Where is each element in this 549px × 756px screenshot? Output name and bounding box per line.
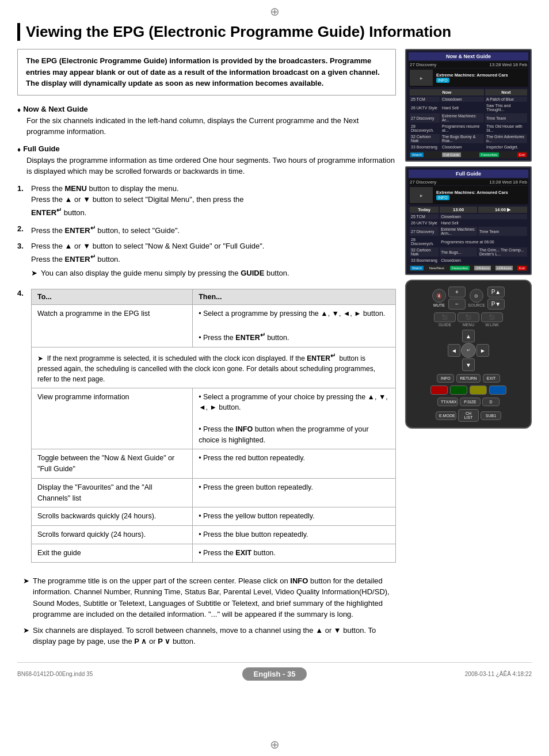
guide-button[interactable]: ⬛ [434, 312, 456, 322]
now-next-program-text: Extreme Machines: Armoured Cars INFO [436, 72, 508, 83]
step-3-content: Press the ▲ or ▼ button to select "Now &… [31, 240, 396, 282]
info-button-full: INFO [436, 195, 449, 200]
wlink-label: W.LINK [485, 323, 499, 327]
page-footer: BN68-01412D-00Eng.indd 35 English - 35 2… [17, 662, 532, 681]
now-next-screen-title: Now & Next Guide [409, 52, 528, 60]
table-row: 28 Discoverych.Programmes resume at 06:0… [410, 237, 527, 246]
ch-down-button[interactable]: P▼ [487, 299, 505, 310]
step-1: 1. Press the MENU button to display the … [17, 183, 396, 219]
dpad-left-button[interactable]: ◄ [448, 344, 460, 357]
now-next-thumbnail: ▶ [410, 70, 433, 86]
favourites-button: Favourites [479, 152, 499, 157]
table-row: View programme information • Select a pr… [32, 388, 396, 449]
step-3-number: 3. [17, 240, 26, 282]
table-row: 33 BoomerangClosedown [410, 258, 527, 263]
full-guide-channel: 27 Discovery [410, 180, 436, 185]
full-guide-screen: Full Guide 27 Discovery 13:28 Wed 18 Feb… [405, 166, 532, 275]
source-label: SOURCE [468, 303, 485, 307]
source-button[interactable]: ⊙ [470, 289, 483, 303]
col-1400: 14:00 ▶ [478, 207, 527, 213]
page-container: ⊕ Viewing the EPG (Electronic Programme … [0, 0, 549, 756]
table-header-to: To... [32, 289, 193, 305]
remote-bottom-row2: E.MODE CH LIST SUB1 [436, 409, 501, 422]
remote-bottom-row1: TTX/MIX P.SIZE D [437, 398, 500, 406]
table-cell-then-toggle: • Press the red button repeatedly. [193, 449, 396, 479]
info-btn[interactable]: INFO [437, 374, 454, 383]
watch-button: Watch [410, 152, 424, 157]
emode-button[interactable]: E.MODE [436, 411, 456, 420]
table-row: 33 BoomerangClosedownInspector Gadget. [410, 144, 527, 150]
exit-btn-remote[interactable]: EXIT [483, 374, 500, 383]
step-3-note: ➤ You can also display the guide menu si… [31, 268, 396, 279]
remote-top-row: 🔇 MUTE + − ⊙ SOURCE P▲ P▼ [432, 287, 505, 310]
dpad-enter-button[interactable]: ↵ [461, 343, 476, 358]
d-button[interactable]: D [482, 398, 500, 406]
dpad-up-button[interactable]: ▲ [462, 330, 475, 342]
step-2: 2. Press the ENTER↵ button, to select "G… [17, 223, 396, 236]
table-header-then: Then... [193, 289, 396, 305]
intro-box: The EPG (Electronic Programme Guide) inf… [17, 49, 396, 96]
table-cell-then-exit: • Press the EXIT button. [193, 544, 396, 562]
table-row: Watch a programme in the EPG list • Sele… [32, 305, 396, 347]
bullet-full-guide: Full Guide Displays the programme inform… [17, 143, 396, 177]
table-note-cell: ➤ If the next programme is selected, it … [32, 347, 396, 388]
full-guide-header: 27 Discovery 13:28 Wed 18 Feb [409, 179, 528, 185]
table-cell-then-view: • Select a programme of your choice by p… [193, 388, 396, 449]
table-row: 27 DiscoveryExtreme Machines: Arm...Time… [410, 227, 527, 236]
psize-button[interactable]: P.SIZE [460, 398, 481, 406]
step-3-note-text: You can also display the guide menu simp… [41, 268, 289, 279]
vol-down-button[interactable]: − [448, 299, 466, 310]
table-cell-to-toggle: Toggle between the "Now & Next Guide" or… [32, 449, 193, 479]
now-next-bottom-bar: Watch Full Guide Favourites Exit [409, 151, 528, 158]
remote-control: 🔇 MUTE + − ⊙ SOURCE P▲ P▼ [405, 280, 532, 429]
full-guide-table: Today 13:00 14:00 ▶ 25 TCMClosedown 26 U… [409, 205, 528, 264]
table-row: 32 Cartoon NwkThe Bugs Bunny & Roa...The… [410, 134, 527, 143]
table-cell-then-fav: • Press the green button repeatedly. [193, 478, 396, 507]
table-cell-to-watch: Watch a programme in the EPG list [32, 305, 193, 347]
yellow-button[interactable] [470, 385, 487, 395]
table-row: 25 TCMClosedownA Patch of Blue [410, 97, 527, 102]
chlist-button[interactable]: CH LIST [458, 409, 479, 422]
info-button: INFO [436, 78, 449, 83]
step-2-content: Press the ENTER↵ button, to select "Guid… [31, 223, 396, 236]
bullet-now-next-content: For the six channels indicated in the le… [26, 115, 396, 138]
newnext-btn: New/Next [428, 266, 445, 270]
compass-top-icon: ⊕ [270, 5, 280, 18]
ttxmix-button[interactable]: TTX/MIX [437, 398, 458, 406]
steps-container: 1. Press the MENU button to display the … [17, 183, 396, 282]
now-next-time: 13:28 Wed 18 Feb [489, 62, 527, 67]
table-row: 26 UKTV StyleHard SellSaw This and Thoug… [410, 103, 527, 112]
table-cell-to-view: View programme information [32, 388, 193, 449]
full-guide-time: 13:28 Wed 18 Feb [489, 180, 527, 185]
epg-instructions-table: To... Then... Watch a programme in the E… [31, 289, 396, 562]
table-cell-to-fav: Display the "Favourites" and the "All Ch… [32, 478, 193, 507]
remote-info-row: INFO RETURN EXIT [437, 374, 500, 383]
bullet-full-guide-content: Displays the programme information as ti… [26, 155, 396, 177]
return-btn[interactable]: RETURN [456, 374, 480, 383]
step-4-content: To... Then... Watch a programme in the E… [31, 289, 396, 568]
watch-btn-full: Watch [410, 266, 424, 270]
table-row: 25 TCMClosedown [410, 214, 527, 219]
footer-badge: English - 35 [242, 667, 307, 681]
vol-up-button[interactable]: + [448, 287, 466, 297]
left-column: The EPG (Electronic Programme Guide) inf… [17, 49, 396, 650]
sub1-button[interactable]: SUB1 [481, 411, 501, 420]
red-button[interactable] [430, 385, 448, 395]
table-row: Exit the guide • Press the EXIT button. [32, 544, 396, 562]
mute-button[interactable]: 🔇 [432, 289, 446, 303]
bottom-note-2-text: Six channels are displayed. To scroll be… [33, 625, 396, 647]
col-today: Today [410, 207, 439, 213]
dpad-right-button[interactable]: ► [476, 344, 489, 357]
compass-bottom-icon: ⊕ [270, 738, 280, 751]
blue-button[interactable] [489, 385, 506, 395]
footer-left: BN68-01412D-00Eng.indd 35 [17, 671, 93, 677]
green-button[interactable] [450, 385, 467, 395]
menu-button[interactable]: ⬛ [458, 312, 479, 322]
wlink-button[interactable]: ⬛ [481, 312, 503, 322]
table-row: Display the "Favourites" and the "All Ch… [32, 478, 396, 507]
arrow-icon-step3: ➤ [31, 268, 37, 279]
ch-up-button[interactable]: P▲ [487, 287, 505, 297]
footer-right: 2008-03-11 ¿ÄÊÄ 4:18:22 [465, 671, 532, 677]
full-guide-thumbnail: ▶ [410, 187, 433, 203]
dpad-down-button[interactable]: ▼ [462, 358, 475, 371]
